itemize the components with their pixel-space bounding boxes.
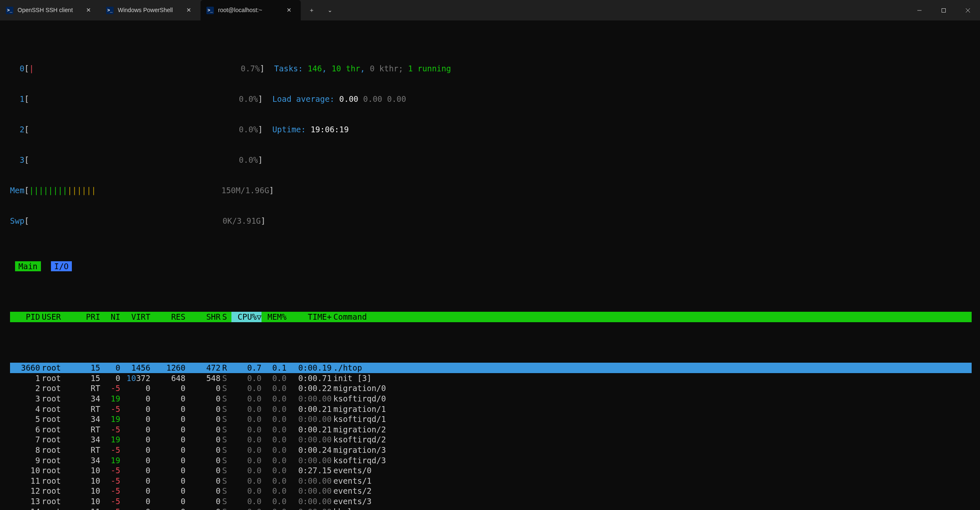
process-row[interactable]: 3660root15014561260472R0.70.10:00.19./ht… — [10, 363, 972, 373]
process-list[interactable]: 3660root15014561260472R0.70.10:00.19./ht… — [10, 363, 972, 510]
uptime-label: Uptime: — [272, 124, 311, 134]
process-row[interactable]: 5root3419000S0.00.00:00.00ksoftirqd/1 — [10, 414, 972, 424]
col-pid[interactable]: PID — [10, 312, 40, 322]
tab-root-localhost[interactable]: >_ root@localhost:~ ✕ — [201, 0, 301, 20]
process-row[interactable]: 9root3419000S0.00.00:00.00ksoftirqd/3 — [10, 455, 972, 466]
col-cpu[interactable]: CPU%▽ — [231, 312, 262, 322]
col-res[interactable]: RES — [150, 312, 185, 322]
tab-label: OpenSSH SSH client — [18, 7, 79, 14]
process-row[interactable]: 6rootRT-5000S0.00.00:00.21migration/2 — [10, 424, 972, 435]
cpu-meter-1: 1 — [10, 94, 24, 104]
process-row[interactable]: 1root15010372648548S0.00.00:00.71init [3… — [10, 373, 972, 384]
htop-tab-io[interactable]: I/O — [51, 261, 72, 271]
col-pri[interactable]: PRI — [70, 312, 100, 322]
powershell-icon: >_ — [206, 7, 214, 14]
process-row[interactable]: 2rootRT-5000S0.00.00:00.22migration/0 — [10, 383, 972, 394]
col-virt[interactable]: VIRT — [120, 312, 150, 322]
close-icon[interactable]: ✕ — [83, 5, 94, 16]
cpu-meter-2: 2 — [10, 124, 24, 134]
process-row[interactable]: 4rootRT-5000S0.00.00:00.21migration/1 — [10, 404, 972, 414]
swap-text: 0K/3.91G — [223, 216, 261, 226]
tab-openssh[interactable]: >_ OpenSSH SSH client ✕ — [0, 0, 100, 20]
htop-tab-main[interactable]: Main — [15, 261, 41, 271]
process-header-row[interactable]: PID USER PRI NI VIRT RES SHR S CPU%▽ MEM… — [10, 312, 972, 322]
tasks-label: Tasks: — [274, 63, 307, 73]
cpu-meter-0: 0 — [10, 63, 24, 73]
tab-label: Windows PowerShell — [118, 7, 179, 14]
close-icon[interactable]: ✕ — [283, 5, 295, 16]
loadavg-label: Load average: — [272, 94, 339, 104]
col-mem[interactable]: MEM% — [262, 312, 287, 322]
col-shr[interactable]: SHR — [185, 312, 221, 322]
col-time[interactable]: TIME+ — [287, 312, 332, 322]
tab-actions: ＋ ⌄ — [301, 0, 338, 20]
process-row[interactable]: 12root10-5000S0.00.00:00.00events/2 — [10, 486, 972, 496]
process-row[interactable]: 10root10-5000S0.00.00:27.15events/0 — [10, 465, 972, 476]
new-tab-button[interactable]: ＋ — [303, 0, 320, 20]
cpu-meter-3: 3 — [10, 155, 24, 165]
terminal-output[interactable]: 0[|0.7%] Tasks: 146, 10 thr, 0 kthr; 1 r… — [0, 20, 980, 510]
powershell-icon: >_ — [106, 7, 114, 14]
process-row[interactable]: 7root3419000S0.00.00:00.00ksoftirqd/2 — [10, 434, 972, 445]
swap-meter: Swp — [10, 216, 24, 226]
tab-label: root@localhost:~ — [218, 7, 279, 14]
tab-dropdown-button[interactable]: ⌄ — [322, 0, 338, 20]
process-row[interactable]: 8rootRT-5000S0.00.00:00.24migration/3 — [10, 445, 972, 455]
minimize-button[interactable] — [907, 0, 932, 20]
col-user[interactable]: USER — [40, 312, 70, 322]
powershell-icon: >_ — [6, 7, 13, 14]
tab-powershell[interactable]: >_ Windows PowerShell ✕ — [100, 0, 201, 20]
maximize-button[interactable] — [932, 0, 956, 20]
process-row[interactable]: 3root3419000S0.00.00:00.00ksoftirqd/0 — [10, 394, 972, 404]
svg-rect-1 — [942, 8, 946, 12]
window-controls — [907, 0, 980, 20]
close-window-button[interactable] — [956, 0, 980, 20]
col-ni[interactable]: NI — [100, 312, 120, 322]
col-state[interactable]: S — [221, 312, 231, 322]
mem-meter: Mem — [10, 185, 24, 195]
process-row[interactable]: 11root10-5000S0.00.00:00.00events/1 — [10, 476, 972, 486]
mem-text: 150M/1.96G — [221, 185, 269, 195]
col-command[interactable]: Command — [332, 312, 972, 322]
process-row[interactable]: 14root11-5000S0.00.00:00.00khelper — [10, 507, 972, 510]
close-icon[interactable]: ✕ — [183, 5, 195, 16]
window-titlebar: >_ OpenSSH SSH client ✕ >_ Windows Power… — [0, 0, 980, 20]
process-row[interactable]: 13root10-5000S0.00.00:00.00events/3 — [10, 496, 972, 507]
